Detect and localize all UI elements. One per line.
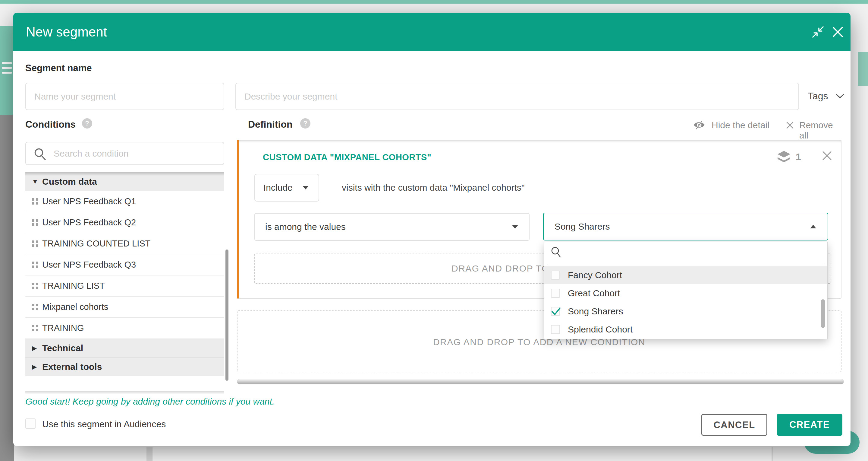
drag-handle-icon[interactable] [25,240,42,247]
conditions-scrollbar[interactable] [225,250,228,381]
checkmark-icon[interactable] [551,307,560,316]
cohort-search-input[interactable] [565,246,818,260]
operator-value: is among the values [265,213,346,240]
new-segment-modal: New segment Segment name Tags [13,13,850,446]
modal-header: New segment [13,13,850,51]
chevron-down-icon [835,93,844,100]
close-icon[interactable] [831,25,844,39]
hide-detail-label: Hide the detail [712,120,770,130]
search-icon [550,246,562,261]
cohort-dropdown-panel: Fancy CohortGreat CohortSong SharersSple… [544,242,828,339]
drag-handle-icon[interactable] [25,262,42,268]
dropdown-divider [548,264,824,264]
include-exclude-select[interactable]: Include [254,174,319,202]
segment-name-input[interactable] [25,83,224,110]
dropdown-scrollbar[interactable] [821,299,825,328]
modal-title: New segment [26,13,107,51]
page-bottom-divider [147,447,153,461]
condition-group-technical[interactable]: ▶Technical [25,339,224,357]
condition-search-input[interactable] [54,142,219,165]
cohort-value-select[interactable]: Song Sharers [543,213,828,240]
audiences-checkbox-label: Use this segment in Audiences [42,419,166,429]
condition-item-training-list[interactable]: TRAINING LIST [25,276,224,296]
create-button[interactable]: CREATE [777,414,842,436]
condition-item-user-nps-feedback-q3[interactable]: User NPS Feedback Q3 [25,254,224,276]
eye-off-icon [693,120,706,131]
selected-value: Song Sharers [555,213,610,240]
list-bottom-shadow [25,391,224,394]
app-top-bar [0,0,868,4]
drag-handle-icon[interactable] [25,325,42,332]
tags-label: Tags [808,90,828,102]
checkbox-empty[interactable] [551,325,560,334]
condition-item-user-nps-feedback-q1[interactable]: User NPS Feedback Q1 [25,191,224,212]
cohort-option-label: Splendid Cohort [568,320,632,339]
condition-group-label: Custom data [42,176,97,187]
include-value: Include [264,174,293,201]
drag-handle-icon[interactable] [25,219,42,226]
cohort-option-great-cohort[interactable]: Great Cohort [544,284,827,302]
condition-item-label: User NPS Feedback Q1 [42,196,136,206]
drag-handle-icon[interactable] [25,198,42,205]
condition-item-mixpanel-cohorts[interactable]: Mixpanel cohorts [25,296,224,318]
layers-icon[interactable] [777,150,791,164]
condition-search [25,142,224,165]
audiences-checkbox[interactable] [25,419,36,429]
tags-dropdown[interactable]: Tags [808,89,844,104]
caret-up-icon [810,225,816,228]
operator-select[interactable]: is among the values [254,213,530,241]
definition-h-scrollbar[interactable] [237,379,844,384]
menu-icon[interactable] [0,60,14,77]
condition-group-label: External tools [42,362,102,372]
condition-item-label: TRAINING LIST [42,281,105,291]
condition-group-external-tools[interactable]: ▶External tools [25,357,224,376]
caret-down-icon [512,225,518,229]
segment-description-input[interactable] [236,83,799,110]
segment-name-label: Segment name [25,63,92,74]
menu-bar [2,67,12,69]
page-header-edge [858,52,868,86]
definition-heading: Definition [248,119,293,130]
checkbox-empty[interactable] [551,289,560,298]
condition-item-user-nps-feedback-q2[interactable]: User NPS Feedback Q2 [25,212,224,233]
page-bottom-divider [772,447,773,461]
cohort-option-label: Fancy Cohort [568,266,622,284]
drag-handle-icon[interactable] [25,304,42,311]
menu-bar [2,62,12,64]
cohort-option-splendid-cohort[interactable]: Splendid Cohort [544,320,827,339]
cohort-option-song-sharers[interactable]: Song Sharers [544,302,827,320]
checkbox-empty[interactable] [551,270,560,280]
caret-down-icon [303,186,309,190]
remove-all-label: Remove all [799,120,844,141]
collapse-icon[interactable] [811,25,825,39]
search-icon [33,147,47,162]
card-close-icon[interactable] [822,150,832,162]
condition-item-training[interactable]: TRAINING [25,318,224,339]
condition-card-title: CUSTOM DATA "MIXPANEL COHORTS" [263,152,431,162]
condition-group-custom-data[interactable]: ▼Custom data [25,172,224,191]
condition-item-label: TRAINING [42,323,84,333]
help-icon[interactable]: ? [300,118,310,128]
cancel-button[interactable]: CANCEL [701,414,767,436]
stack-count-badge: 1 [796,151,801,163]
condition-item-label: User NPS Feedback Q3 [42,260,136,270]
cohort-options-list: Fancy CohortGreat CohortSong SharersSple… [544,266,827,339]
hide-detail-button[interactable]: Hide the detail [693,119,783,131]
condition-sentence: visits with the custom data "Mixpanel co… [342,174,525,202]
drag-handle-icon[interactable] [25,283,42,289]
conditions-heading: Conditions [25,119,76,130]
app-sidebar-header [0,26,14,115]
caret-right-icon: ▶ [25,345,42,352]
condition-item-training-counted-list[interactable]: TRAINING COUNTED LIST [25,233,224,254]
page-bottom-edge [153,447,772,461]
progress-hint: Good start! Keep going by adding other c… [25,397,275,407]
condition-group-label: Technical [42,343,83,353]
condition-item-label: User NPS Feedback Q2 [42,218,136,228]
caret-right-icon: ▶ [25,363,42,371]
condition-item-label: TRAINING COUNTED LIST [42,239,150,249]
dimmed-sidebar [0,115,14,461]
remove-all-button[interactable]: Remove all [786,119,844,131]
cohort-option-fancy-cohort[interactable]: Fancy Cohort [544,266,827,284]
conditions-list: ▼Custom dataUser NPS Feedback Q1User NPS… [25,172,224,376]
help-icon[interactable]: ? [82,118,92,128]
